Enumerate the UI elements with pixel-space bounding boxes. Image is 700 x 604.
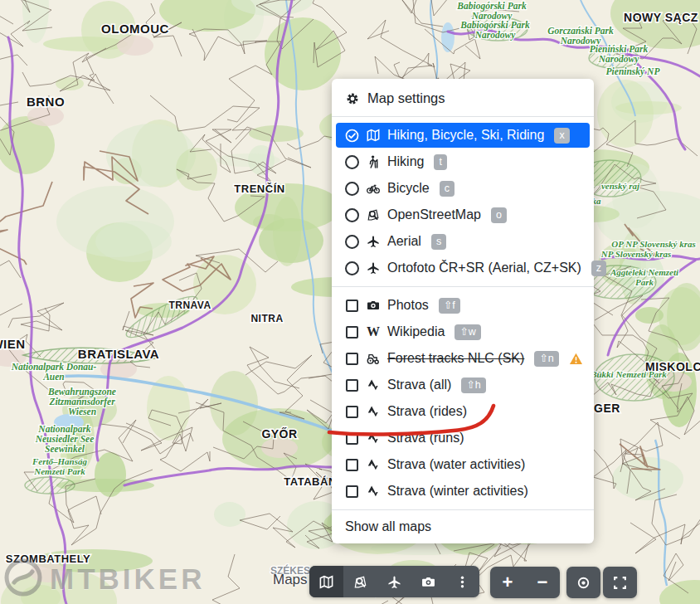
layer-label: Hiking xyxy=(387,154,424,169)
panel-title: Map settings xyxy=(367,90,445,106)
layer-label: Strava (all) xyxy=(387,378,451,392)
overlay-option-strava-runs[interactable]: Strava (runs) xyxy=(332,425,594,451)
radio-control xyxy=(345,155,359,169)
layer-label: Forest tracks NLC (SK) xyxy=(387,351,524,366)
wikipedia-icon: W xyxy=(366,324,381,339)
strava-icon xyxy=(366,484,381,499)
checkbox-control xyxy=(346,432,358,445)
layer-option-hiking[interactable]: Hikingt xyxy=(332,149,594,175)
radio-control xyxy=(345,208,359,222)
locate-button[interactable] xyxy=(566,567,600,598)
overlay-layers: Photos⇧fWWikipedia⇧wForest tracks NLC (S… xyxy=(332,287,594,509)
shortcut-badge: o xyxy=(491,207,507,223)
svg-text:Pieniński Park: Pieniński Park xyxy=(590,44,649,54)
radio-control xyxy=(345,182,359,196)
svg-text:BRATISLAVA: BRATISLAVA xyxy=(78,347,159,361)
zoom-in-button[interactable]: + xyxy=(490,567,525,598)
layers-toolbar xyxy=(309,566,479,597)
plane-icon xyxy=(366,234,381,249)
svg-text:GYŐR: GYŐR xyxy=(261,426,297,441)
shortcut-badge: t xyxy=(434,154,446,170)
svg-text:Narodowy: Narodowy xyxy=(474,30,516,41)
locate-toolbar xyxy=(566,567,600,598)
gear-icon xyxy=(345,91,360,106)
layer-label: Strava (winter activities) xyxy=(387,484,528,499)
plane-icon xyxy=(387,574,402,589)
layer-label: OpenStreetMap xyxy=(387,207,481,222)
layer-label: Photos xyxy=(387,298,429,313)
shortcut-badge: ⇧h xyxy=(461,378,485,393)
shortcut-badge: c xyxy=(440,181,455,197)
hiker-icon xyxy=(366,154,381,169)
layer-label: Wikipedia xyxy=(387,324,445,339)
svg-text:OP NP Slovenský kras: OP NP Slovenský kras xyxy=(611,239,696,249)
layer-label: Aerial xyxy=(387,234,421,249)
map-style-button[interactable] xyxy=(309,566,343,597)
svg-text:OLOMOUC: OLOMOUC xyxy=(101,22,169,36)
layer-label: Bicycle xyxy=(387,181,430,196)
checkbox-control xyxy=(346,326,358,339)
overlay-option-forest-tracks-nlc-sk[interactable]: Forest tracks NLC (SK)⇧n xyxy=(332,345,594,372)
layer-label: Strava (runs) xyxy=(387,431,464,446)
checkbox-control xyxy=(346,459,358,471)
checkbox-control xyxy=(346,406,358,418)
layer-option-ortofoto-r-sr-aerial-cz-sk[interactable]: Ortofoto ČR+SR (Aerial, CZ+SK)z xyxy=(332,255,594,281)
strava-icon xyxy=(366,457,381,472)
svg-text:TRENČÍN: TRENČÍN xyxy=(234,183,284,195)
svg-text:Park: Park xyxy=(635,277,654,287)
camera-icon xyxy=(421,574,436,589)
strava-icon xyxy=(366,378,381,392)
layer-label: Strava (water activities) xyxy=(387,457,525,472)
osm-icon xyxy=(366,207,381,222)
svg-text:NITRA: NITRA xyxy=(250,313,283,324)
more-layers-button[interactable] xyxy=(445,566,479,597)
svg-text:Fertő–Hanság: Fertő–Hanság xyxy=(32,456,88,466)
checkbox-control xyxy=(346,379,358,392)
maps-toolbar-label[interactable]: Maps xyxy=(273,572,308,588)
osm-icon xyxy=(353,574,368,589)
shortcut-badge: ⇧w xyxy=(455,324,481,340)
camera-icon xyxy=(366,298,381,313)
overlay-option-strava-water-activities[interactable]: Strava (water activities) xyxy=(332,451,594,478)
svg-text:BRNO: BRNO xyxy=(27,95,65,109)
photos-layer-button[interactable] xyxy=(411,566,445,597)
zoom-out-button[interactable]: − xyxy=(525,567,560,598)
tractor-icon xyxy=(366,351,381,366)
plane-icon xyxy=(366,261,381,275)
checkbox-control xyxy=(346,300,358,312)
strava-icon xyxy=(366,404,381,419)
layer-option-bicycle[interactable]: Bicyclec xyxy=(332,175,594,202)
osm-layer-button[interactable] xyxy=(343,566,377,597)
svg-text:TRNAVA: TRNAVA xyxy=(168,300,211,311)
overlay-option-photos[interactable]: Photos⇧f xyxy=(332,292,594,319)
show-all-maps-link[interactable]: Show all maps xyxy=(332,510,594,543)
warning-icon xyxy=(569,352,583,366)
overlay-option-strava-winter-activities[interactable]: Strava (winter activities) xyxy=(332,478,594,504)
shortcut-badge: z xyxy=(591,261,606,276)
checkbox-control xyxy=(346,485,358,498)
layer-label: Hiking, Bicycle, Ski, Riding xyxy=(387,128,544,143)
svg-text:Bükki Nemzeti Park: Bükki Nemzeti Park xyxy=(590,369,667,379)
kebab-icon xyxy=(455,574,470,589)
bicycle-icon xyxy=(366,181,381,196)
overlay-option-wikipedia[interactable]: WWikipedia⇧w xyxy=(332,319,594,345)
svg-text:Wiesen: Wiesen xyxy=(68,407,96,416)
aerial-layer-button[interactable] xyxy=(377,566,411,597)
layer-label: Strava (rides) xyxy=(387,404,467,419)
fullscreen-button[interactable] xyxy=(603,567,637,598)
svg-text:Auen: Auen xyxy=(42,372,65,382)
shortcut-badge: ⇧f xyxy=(439,298,460,314)
shortcut-badge: s xyxy=(431,234,446,250)
strava-icon xyxy=(366,431,381,446)
overlay-option-strava-all[interactable]: Strava (all)⇧h xyxy=(332,372,594,398)
overlay-option-strava-rides[interactable]: Strava (rides) xyxy=(332,398,594,425)
shortcut-badge: ⇧n xyxy=(534,351,558,367)
svg-text:Nemzeti Park: Nemzeti Park xyxy=(33,466,85,476)
svg-text:venský raj: venský raj xyxy=(601,181,640,191)
base-layers: Hiking, Bicycle, Ski, RidingxHikingtBicy… xyxy=(332,117,594,286)
layer-option-openstreetmap[interactable]: OpenStreetMapo xyxy=(332,202,594,228)
layer-option-aerial[interactable]: Aerials xyxy=(332,228,594,255)
layer-option-hiking-bicycle-ski-riding[interactable]: Hiking, Bicycle, Ski, Ridingx xyxy=(336,123,590,148)
layer-label: Ortofoto ČR+SR (Aerial, CZ+SK) xyxy=(387,261,581,275)
zoom-toolbar: + − xyxy=(490,567,560,598)
